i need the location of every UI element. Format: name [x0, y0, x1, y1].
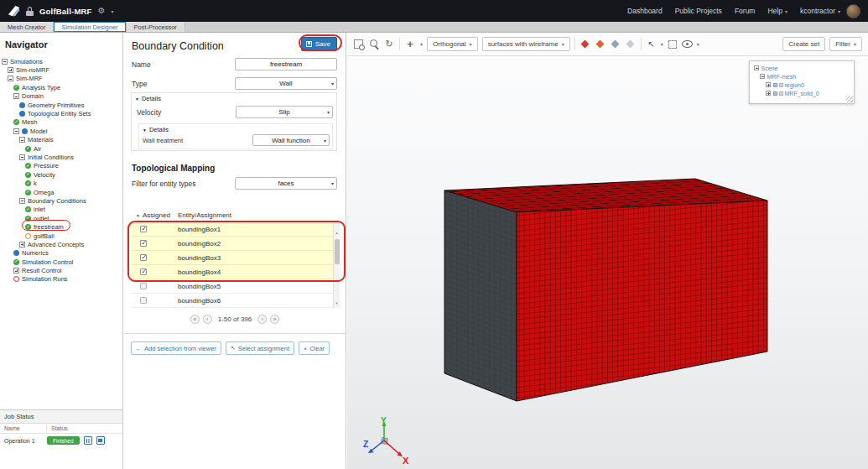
tree-item-geometry-primitives[interactable]: Geometry Primitives: [0, 101, 122, 109]
project-menu-chevron-icon[interactable]: [112, 8, 114, 14]
scroll-up-icon[interactable]: [335, 222, 339, 237]
tab-simulation-designer[interactable]: Simulation Designer: [54, 22, 126, 32]
topnav-help[interactable]: Help: [767, 7, 787, 15]
tree-item-freestream[interactable]: freestream: [0, 222, 122, 231]
tree-item-golfball[interactable]: golfBall: [0, 232, 122, 240]
tree-item-result-control[interactable]: Result Control: [0, 266, 122, 274]
select-volume-icon[interactable]: [580, 39, 591, 50]
collapse-icon[interactable]: [754, 65, 759, 70]
job-stop-button[interactable]: [96, 436, 105, 445]
collapse-icon[interactable]: [13, 93, 19, 99]
render-mode-select[interactable]: surfaces with wireframe: [482, 37, 570, 51]
scroll-down-icon[interactable]: [335, 293, 339, 308]
tree-item-velocity[interactable]: Velocity: [0, 170, 122, 179]
topnav-dashboard[interactable]: Dashboard: [627, 7, 663, 15]
topnav-forum[interactable]: Forum: [735, 7, 756, 15]
assignment-row[interactable]: boundingBox4: [131, 265, 340, 279]
collapse-icon[interactable]: [8, 76, 13, 81]
select-assignment-button[interactable]: ↖Select assignment: [226, 341, 294, 355]
details-toggle[interactable]: Details: [135, 95, 161, 102]
scene-item-mrf-solid-0[interactable]: MRF_solid_0: [752, 89, 851, 97]
tree-item-air[interactable]: Air: [0, 144, 122, 153]
clear-button[interactable]: ×Clear: [299, 341, 330, 355]
mesh-front-face[interactable]: [517, 201, 767, 401]
name-input[interactable]: [235, 58, 337, 70]
zoom-icon[interactable]: [368, 39, 380, 50]
topnav-public-projects[interactable]: Public Projects: [675, 7, 722, 15]
inner-details-toggle[interactable]: Details: [143, 126, 169, 133]
mesh-part-icon[interactable]: [779, 83, 783, 87]
assignment-row[interactable]: boundingBox3: [131, 251, 340, 265]
assigned-column-header[interactable]: Assigned: [131, 211, 178, 219]
assignment-row[interactable]: boundingBox2: [131, 237, 340, 251]
app-logo-icon[interactable]: [8, 5, 20, 18]
tree-item-materials[interactable]: Materials: [0, 136, 122, 144]
entity-filter-select[interactable]: faces: [235, 177, 337, 190]
assignment-checkbox[interactable]: [140, 226, 147, 232]
mesh-part-icon[interactable]: [779, 91, 783, 96]
viewer-3d[interactable]: Orthogonal surfaces with wireframe Creat…: [347, 33, 868, 469]
assignment-row[interactable]: boundingBox1: [131, 222, 340, 237]
project-settings-gear-icon[interactable]: ⚙: [98, 7, 106, 15]
collapse-icon[interactable]: [13, 128, 19, 134]
zoom-window-icon[interactable]: [353, 39, 365, 50]
tree-item-numerics[interactable]: Numerics: [0, 249, 122, 258]
collapse-icon[interactable]: [19, 198, 25, 204]
projection-select[interactable]: Orthogonal: [427, 37, 478, 51]
assignment-checkbox[interactable]: [140, 240, 147, 247]
mesh-bounding-box[interactable]: [347, 56, 868, 469]
tree-item-boundary-conditions[interactable]: Boundary Conditions: [0, 196, 122, 205]
tree-item-omega[interactable]: Omega: [0, 188, 122, 196]
tree-item-simulation-control[interactable]: Simulation Control: [0, 258, 122, 266]
collapse-icon[interactable]: [19, 137, 25, 143]
select-node-icon[interactable]: [625, 39, 637, 50]
expand-icon[interactable]: [766, 91, 771, 96]
tree-item-simulations[interactable]: Simulations: [0, 57, 122, 65]
expand-icon[interactable]: [19, 242, 25, 248]
box-select-icon[interactable]: [667, 39, 678, 50]
next-page-button[interactable]: [257, 315, 267, 324]
tree-item-inlet[interactable]: inlet: [0, 206, 122, 214]
tree-item-sim-mrf[interactable]: Sim-MRF: [0, 75, 122, 83]
tree-item-simulation-runs[interactable]: Simulation Runs: [0, 275, 122, 284]
type-select[interactable]: Wall: [235, 77, 337, 90]
select-edge-icon[interactable]: [610, 39, 621, 50]
scene-item-mrf-mesh[interactable]: MRF-mesh: [752, 72, 851, 81]
tree-item-domain[interactable]: Domain: [0, 92, 122, 101]
assignment-row[interactable]: boundingBox5: [131, 279, 340, 294]
tree-item-k[interactable]: k: [0, 179, 122, 187]
entity-column-header[interactable]: Entity/Assignment: [178, 211, 231, 219]
assignment-checkbox[interactable]: [140, 254, 147, 261]
expand-icon[interactable]: [766, 82, 771, 87]
wall-treatment-select[interactable]: Wall function: [252, 134, 330, 146]
assignment-row[interactable]: boundingBox6: [131, 294, 340, 308]
collapse-icon[interactable]: [19, 154, 25, 160]
table-scrollbar[interactable]: [333, 222, 340, 308]
prev-page-button[interactable]: [203, 315, 212, 324]
job-pause-button[interactable]: [84, 436, 92, 445]
tree-item-pressure[interactable]: Pressure: [0, 162, 122, 170]
tree-item-analysis-type[interactable]: Analysis Type: [0, 83, 122, 91]
mesh-left-face[interactable]: [444, 190, 517, 401]
select-face-icon[interactable]: [595, 39, 606, 50]
tab-mesh-creator[interactable]: Mesh Creator: [0, 22, 54, 32]
tree-item-topological-entity-sets[interactable]: Topological Entity Sets: [0, 109, 122, 117]
assignment-checkbox[interactable]: [140, 283, 147, 289]
add-selection-from-viewer-button[interactable]: ←Add selection from viewer: [131, 341, 221, 355]
visibility-icon[interactable]: [773, 83, 777, 87]
filter-button[interactable]: Filter: [829, 37, 862, 51]
save-button[interactable]: Save: [301, 37, 337, 51]
visibility-icon[interactable]: [773, 91, 777, 96]
scene-item-region0[interactable]: region0: [752, 81, 851, 89]
topnav-kcontractor[interactable]: kcontractor: [800, 7, 840, 15]
scene-item-scene[interactable]: Scene: [752, 64, 851, 72]
first-page-button[interactable]: [190, 315, 200, 324]
visibility-eye-icon[interactable]: [682, 39, 694, 50]
create-set-button[interactable]: Create set: [782, 37, 825, 51]
scroll-thumb[interactable]: [335, 239, 340, 264]
resize-handle-icon[interactable]: [846, 96, 853, 102]
expand-icon[interactable]: [13, 268, 19, 274]
pan-icon[interactable]: [404, 39, 416, 50]
collapse-icon[interactable]: [760, 74, 765, 79]
assignment-checkbox[interactable]: [140, 268, 147, 275]
